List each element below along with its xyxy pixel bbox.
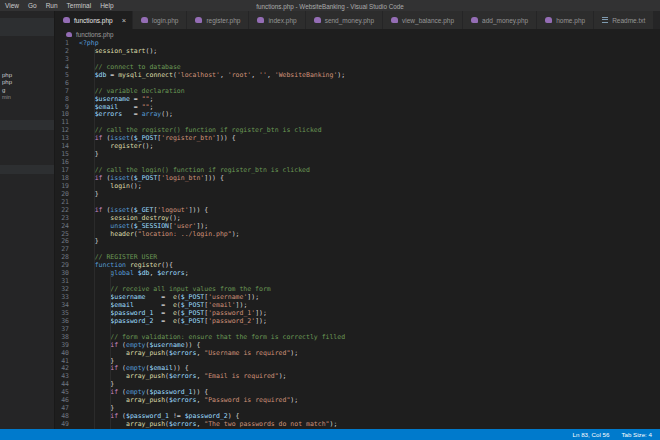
titlebar: ViewGoRunTerminalHelp functions.php - We… [0, 0, 660, 11]
php-file-icon [391, 17, 398, 23]
code-text: $password_2 = e($_POST['password_2']); [69, 318, 267, 326]
code-line[interactable]: 49 array_push($errors, "The two password… [55, 421, 660, 429]
menu-view[interactable]: View [5, 2, 19, 9]
tab-label: register.php [206, 17, 240, 24]
code-text [69, 159, 79, 167]
tab-label: home.php [556, 17, 585, 24]
code-line[interactable]: 2 session_start(); [55, 48, 660, 56]
tab-label: index.php [268, 17, 296, 24]
cursor-position[interactable]: Ln 83, Col 56 [573, 431, 610, 438]
code-text: $errors = array(); [69, 111, 173, 119]
tab-label: Readme.txt [612, 17, 645, 24]
code-editor[interactable]: 1<?php2 session_start();34 // connect to… [55, 40, 660, 429]
breadcrumb-file[interactable]: functions.php [76, 31, 113, 38]
tab-view_balance-php[interactable]: view_balance.php [383, 11, 463, 29]
code-text: global $db, $errors; [69, 270, 189, 278]
menu-terminal[interactable]: Terminal [67, 2, 92, 9]
tab-size-indicator[interactable]: Tab Size: 4 [621, 431, 652, 438]
php-file-icon [63, 17, 70, 23]
line-number: 49 [55, 421, 69, 429]
code-text [69, 326, 79, 334]
code-text [69, 80, 79, 88]
php-file-icon [545, 17, 552, 23]
window-title: functions.php - WebsiteBanking - Visual … [256, 2, 403, 9]
php-file-icon [314, 17, 321, 23]
indent-guide [94, 48, 95, 429]
code-line[interactable]: 40 array_push($errors, "Username is requ… [55, 350, 660, 358]
sidebar-files: phpphpgmin [2, 72, 12, 102]
code-line[interactable]: 43 array_push($errors, "Email is require… [55, 373, 660, 381]
tab-index-php[interactable]: index.php [249, 11, 305, 29]
sidebar-file-fragment[interactable]: min [2, 94, 12, 101]
status-bar: Ln 83, Col 56 Tab Size: 4 [0, 429, 660, 440]
php-file-icon [141, 17, 148, 23]
code-text [69, 246, 79, 254]
code-line[interactable]: 5 $db = mysqli_connect('localhost', 'roo… [55, 72, 660, 80]
menu-help[interactable]: Help [100, 2, 113, 9]
tab-add_money-php[interactable]: add_money.php [463, 11, 537, 29]
code-line[interactable]: 14 register(); [55, 143, 660, 151]
code-line[interactable]: 26 } [55, 238, 660, 246]
code-line[interactable]: 46 array_push($errors, "Password is requ… [55, 397, 660, 405]
php-file-icon [471, 17, 478, 23]
code-line[interactable]: 20 } [55, 191, 660, 199]
code-line[interactable]: 25 header("location: ../login.php"); [55, 231, 660, 239]
indent-guide [110, 270, 111, 429]
code-line[interactable]: 10 $errors = array(); [55, 111, 660, 119]
tab-readme-txt[interactable]: Readme.txt [594, 11, 654, 29]
php-file-icon [195, 17, 202, 23]
explorer-sidebar[interactable]: phpphpgmin [0, 11, 55, 429]
menu-run[interactable]: Run [46, 2, 58, 9]
code-text [69, 56, 79, 64]
breadcrumb[interactable]: functions.php [55, 29, 660, 40]
code-line[interactable]: 30 global $db, $errors; [55, 270, 660, 278]
menubar: ViewGoRunTerminalHelp [5, 0, 114, 11]
close-icon[interactable]: × [122, 17, 126, 24]
sidebar-row-highlight[interactable] [0, 18, 54, 36]
code-line[interactable]: 18 if (isset($_POST['login_btn'])) { [55, 175, 660, 183]
sidebar-file-fragment[interactable]: php [2, 72, 12, 79]
tab-login-php[interactable]: login.php [133, 11, 187, 29]
code-line[interactable]: 36 $password_2 = e($_POST['password_2'])… [55, 318, 660, 326]
sidebar-file-fragment[interactable]: php [2, 79, 12, 86]
code-text: session_start(); [69, 48, 157, 56]
sidebar-row-highlight[interactable] [0, 165, 54, 174]
code-text [69, 199, 79, 207]
tab-send_money-php[interactable]: send_money.php [306, 11, 383, 29]
tab-register-php[interactable]: register.php [187, 11, 249, 29]
php-file-icon [257, 17, 264, 23]
code-line[interactable]: 19 login(); [55, 183, 660, 191]
text-file-icon [602, 17, 608, 24]
code-text [69, 119, 79, 127]
tab-bar: functions.php×login.phpregister.phpindex… [55, 11, 660, 29]
menu-go[interactable]: Go [28, 2, 37, 9]
code-text: $db = mysqli_connect('localhost', 'root'… [69, 72, 345, 80]
php-file-icon [66, 32, 72, 37]
code-text [69, 278, 79, 286]
tab-label: login.php [152, 17, 178, 24]
tab-label: add_money.php [482, 17, 528, 24]
code-lines: 1<?php2 session_start();34 // connect to… [55, 40, 660, 429]
code-line[interactable]: 15 } [55, 151, 660, 159]
tab-functions-php[interactable]: functions.php× [55, 11, 133, 29]
tab-home-php[interactable]: home.php [537, 11, 594, 29]
tab-label: view_balance.php [402, 17, 454, 24]
tab-label: send_money.php [325, 17, 374, 24]
tab-label: functions.php [74, 17, 113, 24]
sidebar-row-highlight[interactable] [0, 120, 54, 130]
sidebar-file-fragment[interactable]: g [2, 87, 12, 94]
vscode-window: ViewGoRunTerminalHelp functions.php - We… [0, 0, 660, 440]
